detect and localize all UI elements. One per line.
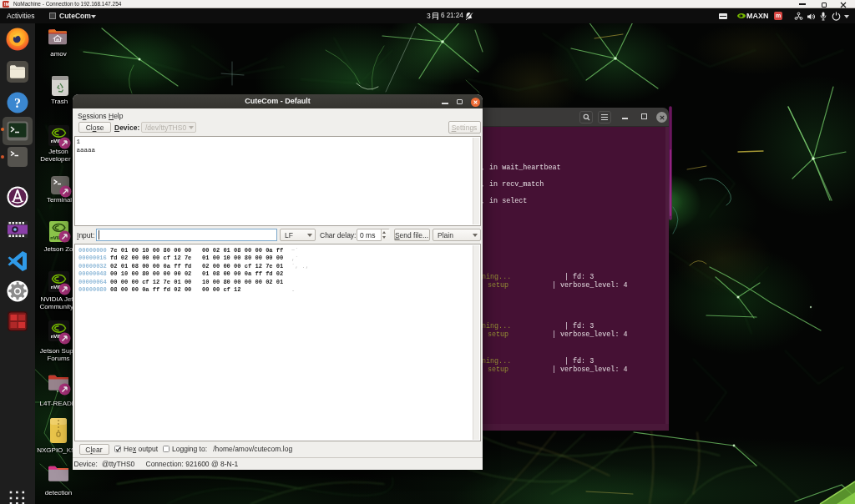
svg-text:?: ? (14, 96, 21, 110)
